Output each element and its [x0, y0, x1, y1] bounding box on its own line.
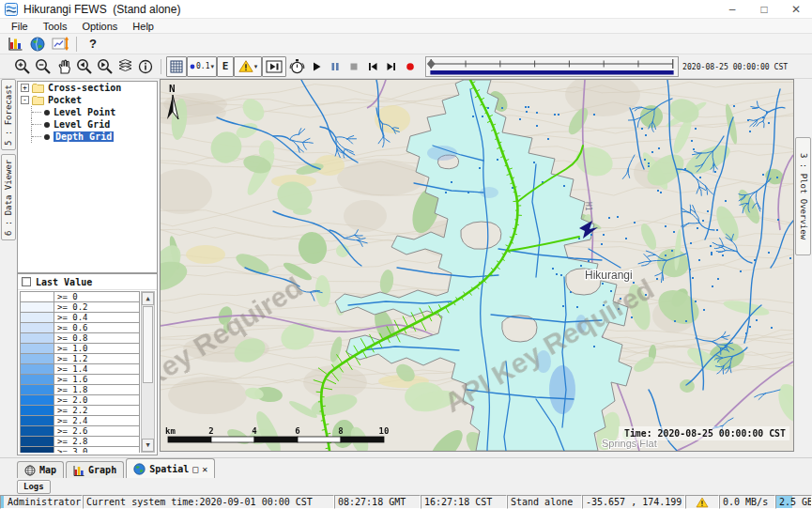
- pause-button[interactable]: [326, 56, 345, 77]
- zoom-in-button[interactable]: [11, 56, 32, 77]
- scroll-up-icon[interactable]: ▲: [142, 292, 154, 305]
- legend-label: >= 3.0: [54, 446, 140, 453]
- info-icon: [137, 58, 154, 75]
- sidebar-tab-data-viewer[interactable]: 6 : Data Viewer: [1, 154, 16, 240]
- zoom-previous-button[interactable]: [73, 56, 94, 77]
- tree-item-cross-section[interactable]: + Cross-section: [18, 82, 157, 94]
- grid-display-button[interactable]: [166, 56, 187, 77]
- tree-item-level-point[interactable]: Level Point: [18, 106, 157, 118]
- legend-rows: >= 0>= 0.2>= 0.4>= 0.6>= 0.8>= 1.0>= 1.2…: [20, 291, 140, 453]
- tab-graph-label: Graph: [88, 465, 116, 475]
- time-overlay: Time: 2020-08-25 00:00:00 CST: [619, 426, 789, 440]
- pan-hand-icon: [54, 57, 72, 75]
- legend-row: >= 2.2: [20, 405, 140, 415]
- legend-title: Last Value: [36, 277, 92, 287]
- tree-item-pocket[interactable]: - Pocket: [18, 94, 157, 106]
- legend-row: >= 2.8: [20, 436, 140, 446]
- folder-open-icon: [32, 96, 44, 105]
- layers-button[interactable]: [115, 56, 135, 77]
- classbreak-scale-dropdown[interactable]: 0.1 ▾: [187, 56, 217, 77]
- scroll-down-icon[interactable]: ▼: [142, 439, 154, 452]
- window-controls: – □ ✕: [716, 0, 812, 18]
- menu-tools[interactable]: Tools: [36, 19, 75, 34]
- zoom-next-icon: [96, 57, 114, 75]
- timeline-slider[interactable]: [425, 56, 679, 77]
- status-warning[interactable]: [685, 495, 719, 509]
- window-title: Hikurangi FEWS (Stand alone): [23, 3, 716, 16]
- first-frame-button[interactable]: [363, 56, 382, 77]
- database-button[interactable]: [4, 35, 26, 54]
- help-button[interactable]: ?: [82, 35, 104, 54]
- logs-button[interactable]: Logs: [17, 480, 51, 494]
- tab-map-label: Map: [39, 465, 56, 475]
- scale-tick: 4: [252, 426, 257, 436]
- app-icon: [5, 3, 18, 16]
- info-button[interactable]: [135, 56, 156, 77]
- memory-label: 2.5 GB: [779, 497, 812, 507]
- stop-button[interactable]: [345, 56, 363, 77]
- play-button[interactable]: [307, 56, 326, 77]
- tree-item-level-grid[interactable]: Level Grid: [18, 118, 157, 131]
- record-button[interactable]: [401, 56, 420, 77]
- scale-tick: 2: [208, 426, 213, 436]
- tab-graph[interactable]: Graph: [66, 461, 124, 478]
- maximize-button[interactable]: □: [748, 0, 780, 19]
- minimize-button[interactable]: –: [716, 0, 748, 19]
- tree-connector: [31, 131, 42, 143]
- scroll-track[interactable]: [142, 305, 154, 439]
- legend-row: >= 2.6: [20, 425, 140, 436]
- node-bullet-icon: [44, 134, 50, 140]
- tree-item-depth-grid-selected[interactable]: Depth Grid: [18, 131, 157, 143]
- legend-row: >= 0.2: [20, 301, 140, 312]
- thresholds-dropdown[interactable]: ▾: [234, 56, 262, 77]
- scroll-thumb[interactable]: [143, 306, 153, 383]
- north-label: N: [169, 83, 176, 95]
- main-area: 5 : Forecast 6 : Data Viewer + Cross-sec…: [0, 79, 812, 457]
- legend-row: >= 1.0: [20, 343, 140, 353]
- movie-timer-button[interactable]: [286, 56, 307, 77]
- labels-toggle-button[interactable]: E: [217, 56, 234, 77]
- legend-scrollbar[interactable]: ▲ ▼: [141, 291, 155, 453]
- stop-icon: [347, 60, 360, 73]
- map-canvas[interactable]: H1 API Key Required API Key Required Hik…: [160, 79, 794, 452]
- filter-tree-panel: + Cross-section - Pocket Level Point: [17, 81, 158, 273]
- scale-value: 0.1: [196, 62, 209, 70]
- collapse-icon[interactable]: -: [21, 96, 29, 104]
- timeline-date: 2020-08-25 00:00:00 CST: [682, 62, 782, 71]
- application-window: Hikurangi FEWS (Stand alone) – □ ✕ File …: [0, 0, 812, 509]
- menu-bar: File Tools Options Help: [0, 19, 812, 34]
- close-button[interactable]: ✕: [780, 0, 812, 19]
- zoom-out-button[interactable]: [32, 56, 53, 77]
- zoom-previous-icon: [75, 57, 93, 75]
- tab-restore-icon[interactable]: □: [192, 464, 198, 474]
- animation-icon: [266, 60, 283, 73]
- tab-map[interactable]: Map: [17, 461, 64, 478]
- last-value-checkbox[interactable]: [22, 277, 31, 286]
- zoom-next-button[interactable]: [94, 56, 115, 77]
- last-frame-button[interactable]: [382, 56, 401, 77]
- legend-row: >= 0: [20, 291, 140, 301]
- scale-tick: 10: [379, 426, 390, 436]
- labels-icon: E: [222, 60, 229, 72]
- menu-help[interactable]: Help: [125, 19, 161, 34]
- map-display-button[interactable]: [26, 35, 49, 54]
- record-icon: [404, 60, 417, 73]
- menu-file[interactable]: File: [4, 19, 36, 34]
- node-bullet-icon: [44, 122, 50, 128]
- warning-icon: [238, 59, 253, 73]
- toolbar-separator: [76, 37, 77, 52]
- road-shield-label: H1: [584, 202, 592, 211]
- tab-close-icon[interactable]: ✕: [202, 464, 207, 474]
- sidebar-tab-plot-overview[interactable]: 3 : Plot Overview: [795, 137, 811, 255]
- tab-spatial-active[interactable]: Spatial □ ✕: [126, 458, 215, 478]
- menu-options[interactable]: Options: [74, 19, 125, 34]
- expand-icon[interactable]: +: [21, 84, 29, 92]
- animation-button[interactable]: [262, 56, 286, 77]
- sidebar-tab-forecast[interactable]: 5 : Forecast: [1, 79, 16, 150]
- grid-icon: [170, 60, 183, 73]
- tree-item-label: Level Point: [54, 107, 115, 117]
- pan-button[interactable]: [53, 56, 73, 77]
- timeline-thumb[interactable]: [427, 59, 436, 69]
- timeseries-button[interactable]: [49, 35, 71, 54]
- status-user: Administrator: [0, 495, 83, 509]
